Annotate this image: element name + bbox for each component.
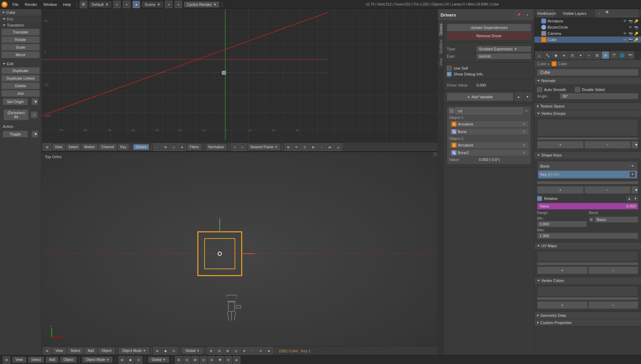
prop-tb-mesh[interactable]: △ (535, 51, 543, 59)
outliner-search-input[interactable]: 🔍 (604, 10, 638, 17)
prop-tb-mat[interactable]: ● (560, 51, 568, 59)
viewport-resize-handle[interactable] (433, 152, 437, 156)
normals-header[interactable]: Normals (534, 77, 641, 84)
obj2-bone-selector[interactable]: 🦴 Bone2 ✕ (449, 149, 529, 156)
obj2-selector[interactable]: A Armature ✕ (449, 142, 529, 149)
status-add-menu[interactable]: Add (46, 357, 58, 363)
icon-btn-8[interactable]: ⟳ (293, 143, 300, 151)
var-up-btn[interactable]: ▲ (515, 93, 522, 101)
status-object-menu[interactable]: Object (60, 357, 77, 363)
drivers-side-tab[interactable]: Drivers (438, 22, 443, 37)
sk-add-btn[interactable]: + (537, 186, 584, 194)
deselect-menu[interactable]: − (31, 111, 38, 118)
vp-icon-7[interactable]: ◎ (232, 347, 240, 355)
uv-scrollbar[interactable] (537, 262, 638, 265)
prop-tb-scene[interactable]: 🎬 (610, 51, 618, 59)
icon-btn-1[interactable]: ↑ (154, 143, 161, 151)
key-menu[interactable]: Key (118, 144, 129, 150)
show-debug-checkbox[interactable] (447, 72, 452, 77)
icon-btn-6[interactable]: ▷ (239, 143, 247, 151)
vc-scrollbar[interactable] (537, 297, 638, 300)
join-btn[interactable]: Join (1, 90, 40, 97)
frame-mode-btn[interactable]: Nearest Frame ▼ (248, 144, 280, 150)
relative-checkbox[interactable] (537, 196, 542, 201)
bezier-camera[interactable]: 📷 (634, 26, 638, 29)
sk-down-btn[interactable]: ▼ (633, 196, 638, 201)
select-menu[interactable]: Select (66, 144, 81, 150)
vp-icon-10[interactable]: ⊘ (257, 347, 265, 355)
vp-view-menu[interactable]: View (52, 348, 66, 354)
action-menu[interactable]: ▼ (31, 131, 38, 138)
obj1-bone-clear-btn[interactable]: ✕ (522, 129, 526, 134)
status-icon-9[interactable]: ✱ (216, 356, 224, 364)
obj2-clear-btn[interactable]: ✕ (522, 143, 526, 148)
scene-remove-btn[interactable]: × (123, 1, 130, 8)
uv-add-btn[interactable]: + (537, 266, 588, 274)
status-icon-7[interactable]: ◎ (200, 356, 207, 364)
vp-icon-1[interactable]: ⊞ (154, 347, 161, 355)
vg-scrollbar[interactable] (537, 138, 638, 140)
remove-driver-btn[interactable]: Remove Driver (447, 32, 531, 40)
variable-name-input[interactable]: rot (455, 108, 523, 114)
prop-tb-data[interactable]: ⊞ (602, 51, 609, 59)
sk-scrollbar[interactable] (537, 181, 638, 184)
basis-eye[interactable]: 👁 (630, 163, 635, 169)
status-icon-6[interactable]: ⊠ (191, 356, 199, 364)
breadcrumb-item-1[interactable]: Cube (537, 62, 546, 66)
blend-input[interactable]: Basis (594, 216, 638, 223)
obj1-selector[interactable]: A Armature ✕ (449, 121, 529, 128)
action-toggle-btn[interactable]: Toggle (3, 131, 28, 138)
outliner-search-btn[interactable]: Search (546, 10, 554, 17)
icon-btn-12[interactable]: ⇄ (326, 143, 334, 151)
status-global-btn[interactable]: Global ▼ (148, 357, 169, 363)
editor-type-icon[interactable]: ⊞ (43, 143, 51, 151)
cube-name-input[interactable]: Cube (537, 69, 638, 76)
icon-btn-3[interactable]: ◻ (170, 143, 178, 151)
custom-props-header[interactable]: Custom Properties (534, 319, 641, 326)
basis-key[interactable]: Basis 👁 (538, 162, 637, 170)
sk-up-btn[interactable]: ▲ (627, 196, 632, 201)
status-icon-1[interactable]: ⊞ (118, 356, 126, 364)
vp-add-menu[interactable]: Add (85, 348, 97, 354)
status-icon-10[interactable]: ⊘ (225, 356, 232, 364)
rotate-btn[interactable]: Rotate (1, 36, 40, 43)
vg-remove-btn[interactable]: − (584, 141, 631, 149)
vp-icon-11[interactable]: ◈ (265, 347, 273, 355)
vg-add-btn[interactable]: + (537, 141, 584, 149)
status-icon-3[interactable]: ⊡ (135, 356, 142, 364)
engine-selector[interactable]: Cycles Render ▼ (184, 2, 219, 7)
cube-key[interactable]: 🔑 (634, 38, 638, 42)
duplicate-btn[interactable]: Duplicate (1, 67, 40, 74)
sk-remove-btn[interactable]: − (584, 186, 631, 194)
status-icon-8[interactable]: ⊕ (208, 356, 216, 364)
view-menu[interactable]: View (52, 144, 65, 150)
prop-tb-render[interactable]: 📷 (627, 51, 634, 59)
editor-type-btn[interactable]: ⊞ (80, 1, 87, 8)
prop-tb-phys[interactable]: ≈ (585, 51, 593, 59)
status-icon-5[interactable]: ⊟ (183, 356, 191, 364)
double-sided-checkbox[interactable] (575, 87, 580, 92)
status-mode-btn[interactable]: Object Mode ▼ (82, 357, 112, 363)
geometry-data-header[interactable]: Geometry Data (534, 312, 641, 319)
vg-options-btn[interactable]: ▼ (631, 141, 638, 149)
vp-icon-6[interactable]: ⊠ (224, 347, 231, 355)
deselect-all-btn[interactable]: (De)select All (3, 109, 29, 120)
icon-btn-2[interactable]: ⊞ (162, 143, 169, 151)
expr-input[interactable]: sin(rot) (476, 53, 531, 59)
outliner-bezier[interactable]: BezierCircle 👁 📷 (534, 24, 641, 30)
cube-camera[interactable]: 📷 (629, 38, 633, 42)
outliner-armature[interactable]: Armature 👁 📷 🔑 (534, 18, 641, 24)
status-view-menu[interactable]: View (12, 357, 26, 363)
variable-remove-btn[interactable]: ✕ (524, 109, 529, 113)
menu-window[interactable]: Window (41, 2, 60, 7)
sk-value-slider[interactable]: Value: 0.000 (537, 203, 638, 210)
scale-btn[interactable]: Scale (1, 44, 40, 51)
icon-btn-7[interactable]: ⊞ (285, 143, 292, 151)
sk-options-btn[interactable]: ▼ (631, 186, 638, 194)
status-icon-2[interactable]: ◉ (127, 356, 134, 364)
vp-icon-5[interactable]: ⊟ (216, 347, 223, 355)
min-input[interactable]: 0.000 (537, 221, 587, 227)
status-editor-type[interactable]: ⊞ (3, 356, 10, 364)
outliner-sort-btn[interactable]: ↕ (595, 10, 603, 17)
mirror-btn[interactable]: Mirror (1, 51, 40, 58)
